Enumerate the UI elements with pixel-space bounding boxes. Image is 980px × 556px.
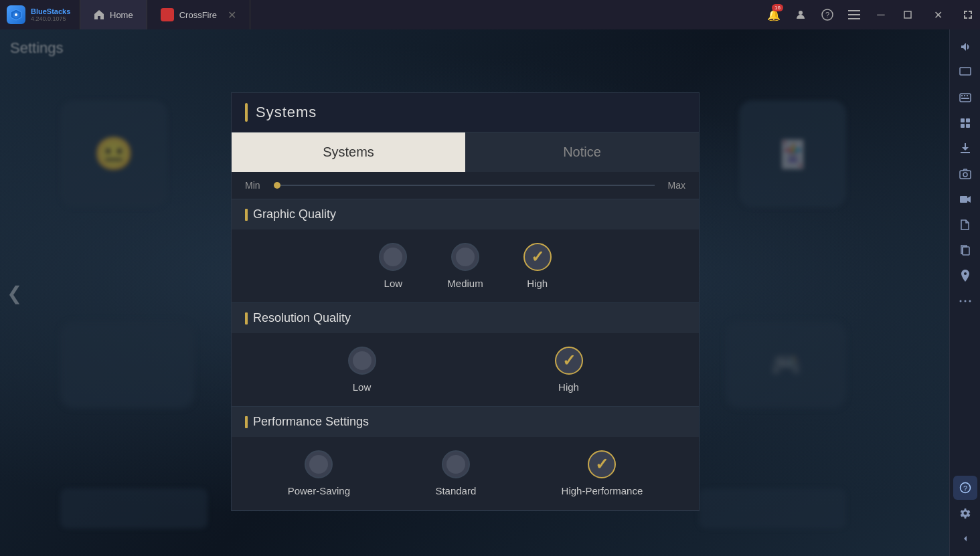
perf-power-saving-option[interactable]: Power-Saving [288, 450, 350, 496]
resolution-low-label: Low [353, 381, 372, 393]
svg-point-2 [15, 13, 17, 16]
sidebar-volume-btn[interactable] [953, 35, 977, 59]
titlebar: BlueStacks 4.240.0.1075 Home CrossFire ✕… [0, 0, 980, 29]
resolution-quality-options: Low High [232, 333, 699, 406]
resolution-high-option[interactable]: High [555, 347, 583, 393]
resolution-low-circle [348, 347, 376, 375]
performance-settings-options: Power-Saving Standard High-P [232, 437, 699, 510]
perf-high-performance-circle [588, 450, 616, 478]
svg-rect-16 [961, 118, 965, 122]
systems-modal: Systems Systems Notice Min Max [231, 92, 700, 511]
tab-systems[interactable]: Systems [232, 132, 465, 172]
resolution-low-option[interactable]: Low [348, 347, 376, 393]
sidebar-settings-btn[interactable] [953, 501, 977, 525]
sidebar-files-btn[interactable] [953, 213, 977, 237]
graphic-low-circle [379, 243, 407, 271]
svg-rect-20 [960, 171, 971, 179]
svg-rect-17 [966, 118, 970, 122]
resolution-high-label: High [558, 381, 579, 393]
sidebar-location-btn[interactable] [953, 264, 977, 288]
notification-badge: 16 [772, 4, 783, 11]
tab-close-icon[interactable]: ✕ [228, 9, 236, 21]
perf-standard-option[interactable]: Standard [435, 450, 476, 496]
expand-button[interactable] [956, 0, 980, 29]
perf-high-performance-option[interactable]: High-Performance [562, 450, 643, 496]
settings-bg-label: Settings [10, 39, 64, 57]
slider-track[interactable] [274, 185, 655, 186]
modal-content: Min Max Graphic Quality [232, 172, 699, 511]
sidebar-download-btn[interactable] [953, 136, 977, 161]
svg-point-24 [959, 300, 961, 302]
sidebar-back-btn[interactable] [953, 527, 977, 551]
slider-thumb[interactable] [274, 182, 280, 189]
notifications-button[interactable]: 🔔 16 [762, 0, 786, 29]
svg-rect-14 [967, 95, 968, 96]
sidebar-keyboard-btn[interactable] [953, 86, 977, 110]
sidebar-copy-btn[interactable] [953, 238, 977, 262]
graphic-low-option[interactable]: Low [379, 243, 407, 289]
perf-power-saving-circle [305, 450, 333, 478]
resolution-quality-section: Resolution Quality Low [232, 303, 699, 407]
graphic-high-circle [523, 243, 552, 271]
tab-crossfire[interactable]: CrossFire ✕ [147, 0, 250, 29]
titlebar-controls: 🔔 16 ? ─ ✕ [762, 0, 980, 29]
resolution-quality-accent [245, 312, 248, 325]
svg-point-3 [799, 11, 803, 15]
account-button[interactable] [789, 0, 813, 29]
graphic-low-label: Low [384, 278, 403, 289]
crossfire-tab-label: CrossFire [179, 10, 217, 20]
graphic-medium-circle [451, 243, 479, 271]
graphic-quality-header: Graphic Quality [232, 199, 699, 229]
right-sidebar: ? [949, 29, 980, 556]
crossfire-tab-icon [161, 8, 174, 21]
svg-rect-10 [960, 68, 971, 75]
svg-rect-8 [848, 18, 860, 19]
graphic-medium-option[interactable]: Medium [447, 243, 483, 289]
sidebar-macro-btn[interactable] [953, 111, 977, 135]
tab-notice[interactable]: Notice [465, 132, 699, 172]
menu-button[interactable] [842, 0, 866, 29]
sidebar-display-btn[interactable] [953, 60, 977, 84]
left-nav-arrow[interactable]: ❮ [7, 282, 22, 304]
graphic-medium-dot [456, 248, 475, 266]
perf-standard-label: Standard [435, 485, 476, 496]
perf-high-performance-check [595, 455, 608, 474]
performance-settings-section: Performance Settings Power-Saving [232, 407, 699, 511]
sidebar-help-btn[interactable]: ? [953, 476, 977, 500]
svg-rect-9 [904, 11, 911, 18]
svg-rect-18 [961, 124, 965, 128]
sidebar-record-btn[interactable] [953, 187, 977, 211]
slider-row: Min Max [232, 172, 699, 199]
svg-point-21 [963, 173, 967, 177]
svg-rect-22 [960, 196, 967, 203]
svg-rect-7 [848, 14, 860, 15]
resolution-low-dot [353, 351, 372, 370]
modal-title: Systems [256, 104, 317, 121]
svg-rect-13 [964, 95, 965, 96]
svg-rect-6 [848, 10, 860, 11]
sidebar-screenshot-btn[interactable] [953, 162, 977, 186]
svg-rect-19 [966, 124, 970, 128]
perf-power-saving-label: Power-Saving [288, 485, 350, 496]
bs-name-label: BlueStacks [31, 7, 70, 15]
resolution-high-circle [555, 347, 583, 375]
performance-settings-accent [245, 416, 248, 428]
slider-max-label: Max [668, 180, 685, 191]
help-button[interactable]: ? [815, 0, 839, 29]
graphic-medium-label: Medium [447, 278, 483, 289]
sidebar-more-btn[interactable] [953, 289, 977, 313]
svg-rect-12 [961, 95, 963, 96]
perf-power-saving-dot [309, 455, 328, 474]
resolution-quality-title: Resolution Quality [253, 311, 351, 325]
minimize-button[interactable]: ─ [869, 0, 893, 29]
bs-logo-text: BlueStacks 4.240.0.1075 [31, 7, 70, 22]
tab-home[interactable]: Home [80, 0, 147, 29]
maximize-button[interactable] [896, 0, 920, 29]
resolution-high-check [562, 351, 576, 370]
perf-high-performance-label: High-Performance [562, 485, 643, 496]
graphic-high-option[interactable]: High [523, 243, 552, 289]
close-button[interactable]: ✕ [922, 0, 953, 29]
perf-standard-circle [442, 450, 470, 478]
bs-icon [7, 5, 25, 24]
svg-text:?: ? [825, 11, 829, 19]
